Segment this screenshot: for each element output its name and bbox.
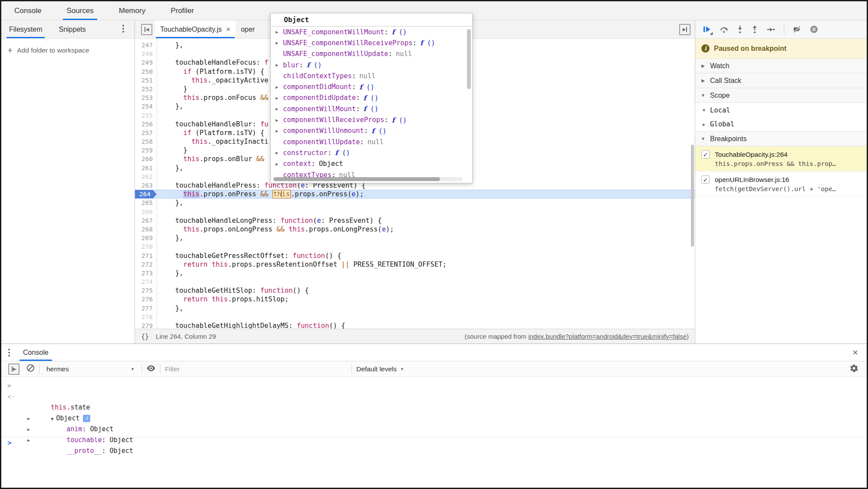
tab-snippets[interactable]: Snippets [53, 20, 91, 38]
code-text[interactable]: this.props.onPress && this.props.onPress… [157, 190, 695, 198]
line-number[interactable]: 259 [135, 146, 157, 155]
clear-console-icon[interactable] [26, 364, 35, 374]
section-call-stack[interactable]: ▶ Call Stack [695, 73, 867, 88]
tab-touchableopacity-js[interactable]: TouchableOpacity.js × [155, 20, 236, 38]
chevron-right-icon[interactable]: ▶ [274, 106, 279, 111]
line-number[interactable]: 252 [135, 85, 157, 93]
breakpoint-item[interactable]: ✓ openURLInBrowser.js:16 fetch(getDevSer… [695, 172, 867, 197]
popup-property-row[interactable]: ▶blur:f () [271, 59, 472, 70]
popup-property-row[interactable]: UNSAFE_componentWillUpdate:null [271, 49, 472, 59]
scope-global[interactable]: ▶ Global [695, 117, 867, 132]
popup-horizontal-scrollbar[interactable] [273, 177, 463, 181]
line-number[interactable]: 264 [135, 190, 157, 198]
tab-sources[interactable]: Sources [59, 1, 100, 20]
section-breakpoints[interactable]: ▼ Breakpoints [695, 132, 867, 146]
step-out-button[interactable] [752, 25, 758, 34]
line-number[interactable]: 263 [135, 181, 157, 190]
chevron-right-icon[interactable]: ▶ [274, 96, 279, 100]
popup-property-row[interactable]: ▶UNSAFE_componentWillMount:f () [271, 26, 472, 37]
deactivate-breakpoints-button[interactable] [793, 26, 801, 33]
popup-property-row[interactable]: childContextTypes:null [271, 70, 472, 81]
line-number[interactable]: 257 [135, 129, 157, 137]
chevron-right-icon[interactable]: ▶ [274, 162, 279, 166]
code-text[interactable]: }, [157, 198, 695, 207]
object-property-row[interactable]: ▶ __proto__: Object [1, 424, 867, 435]
context-selector[interactable]: hermes ▼ [44, 365, 137, 373]
line-number[interactable]: 258 [135, 137, 157, 146]
line-number[interactable]: 255 [135, 111, 157, 120]
line-number[interactable]: 273 [135, 269, 157, 278]
object-property-row[interactable]: ▶ touchable: Object [1, 413, 867, 424]
toggle-navigator-icon[interactable]: ◀ [141, 24, 152, 35]
code-text[interactable]: }, [157, 304, 695, 313]
object-property-row[interactable]: ▶ anim: Object [1, 402, 867, 413]
code-text[interactable]: }, [157, 234, 695, 242]
pretty-print-icon[interactable]: {} [141, 333, 149, 340]
source-map-link[interactable]: index.bundle?platform=android&dev=true&m… [528, 333, 687, 340]
line-number[interactable]: 272 [135, 260, 157, 269]
line-number[interactable]: 275 [135, 286, 157, 295]
code-text[interactable]: touchableGetHitSlop: function() { [157, 286, 695, 295]
show-console-sidebar-icon[interactable]: ▶ [8, 363, 20, 375]
line-number[interactable]: 248 [135, 50, 157, 58]
console-output[interactable]: > this.state <· ▼Objecti ▶ anim: Object … [1, 377, 867, 488]
pause-on-exceptions-button[interactable] [810, 25, 818, 33]
line-number[interactable]: 268 [135, 225, 157, 234]
line-number[interactable]: 256 [135, 120, 157, 129]
line-number[interactable]: 251 [135, 76, 157, 85]
popup-property-row[interactable]: ▶componentWillReceiveProps:f () [271, 114, 472, 125]
eye-icon[interactable] [146, 365, 156, 373]
chevron-right-icon[interactable]: ▶ [274, 85, 279, 89]
code-text[interactable] [157, 208, 695, 216]
code-text[interactable]: touchableHandleLongPress: function(e: Pr… [157, 216, 695, 225]
code-text[interactable]: return this.props.pressRetentionOffset |… [157, 260, 695, 269]
line-number[interactable]: 249 [135, 58, 157, 67]
popup-property-row[interactable]: ▶componentWillUnmount:f () [271, 126, 472, 136]
line-number[interactable]: 266 [135, 208, 157, 216]
drawer-menu-icon[interactable] [8, 349, 10, 357]
resume-button[interactable] [702, 25, 711, 33]
line-number[interactable]: 269 [135, 234, 157, 242]
line-number[interactable]: 262 [135, 172, 157, 181]
line-number[interactable]: 247 [135, 41, 157, 50]
line-number[interactable]: 279 [135, 321, 157, 329]
toggle-debugger-sidebar-icon[interactable]: ▶ [679, 24, 690, 35]
line-number[interactable]: 265 [135, 198, 157, 207]
code-text[interactable]: touchableGetPressRectOffset: function() … [157, 251, 695, 260]
code-text[interactable]: touchableGetHighlightDelayMS: function()… [157, 321, 695, 329]
tab-filesystem[interactable]: Filesystem [4, 20, 47, 38]
tab-openurlinbrowser-js[interactable]: oper [236, 20, 260, 38]
line-number[interactable]: 267 [135, 216, 157, 225]
tab-profiler[interactable]: Profiler [164, 1, 201, 20]
popup-property-row[interactable]: ▶componentWillMount:f () [271, 103, 472, 114]
add-folder-button[interactable]: + Add folder to workspace [1, 39, 135, 54]
tab-console[interactable]: Console [7, 1, 48, 20]
popup-property-row[interactable]: ▶constructor:f () [271, 147, 472, 158]
chevron-right-icon[interactable]: ▶ [274, 118, 279, 122]
line-number[interactable]: 278 [135, 313, 157, 321]
close-drawer-icon[interactable]: × [852, 347, 858, 358]
line-number[interactable]: 250 [135, 67, 157, 76]
step-into-button[interactable] [737, 25, 743, 34]
console-settings-gear-icon[interactable] [849, 364, 858, 374]
chevron-right-icon[interactable]: ▶ [274, 63, 279, 67]
step-over-button[interactable] [720, 26, 728, 33]
code-text[interactable]: }, [157, 269, 695, 278]
code-text[interactable] [157, 278, 695, 286]
breakpoint-checkbox[interactable]: ✓ [701, 150, 710, 159]
line-number[interactable]: 260 [135, 155, 157, 163]
line-number[interactable]: 274 [135, 278, 157, 286]
code-text[interactable]: return this.props.hitSlop; [157, 295, 695, 304]
tab-memory[interactable]: Memory [112, 1, 152, 20]
line-number[interactable]: 277 [135, 304, 157, 313]
line-number[interactable]: 276 [135, 295, 157, 304]
code-text[interactable] [157, 242, 695, 251]
more-tabs-icon[interactable] [120, 24, 127, 33]
line-number[interactable]: 270 [135, 242, 157, 251]
line-number[interactable]: 253 [135, 93, 157, 102]
line-number[interactable]: 271 [135, 251, 157, 260]
line-number[interactable]: 261 [135, 164, 157, 172]
code-text[interactable]: this.props.onLongPress && this.props.onL… [157, 225, 695, 234]
line-number[interactable]: 254 [135, 102, 157, 111]
scope-local[interactable]: ▼ Local [695, 103, 867, 117]
